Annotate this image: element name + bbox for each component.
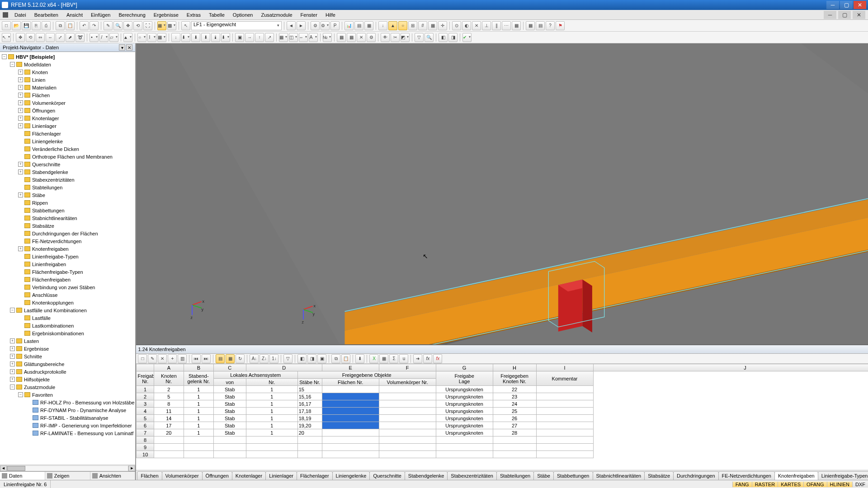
snap-mid-button[interactable]: ◐ <box>462 21 471 30</box>
tree-item[interactable]: RF-DYNAM Pro - Dynamische Analyse <box>1 406 134 414</box>
nav-tab-ansichten[interactable]: Ansichten <box>90 472 136 480</box>
mesh-op-button[interactable]: ⚙ <box>367 33 376 42</box>
tree-item[interactable]: Ergebniskombinationen <box>1 329 134 337</box>
load-surface-button[interactable]: ⬇ <box>191 33 200 42</box>
tree-item[interactable]: Lastkombinationen <box>1 322 134 329</box>
mesh-ref-button[interactable]: ▦ <box>347 33 356 42</box>
table-row[interactable]: 251Stab115,16Ursprungsknoten23 <box>137 393 868 400</box>
table-tab[interactable]: Flächenlager <box>297 471 333 480</box>
load-free-button[interactable]: ⬇ <box>201 33 210 42</box>
line-tool-button[interactable]: / <box>99 33 108 42</box>
minimize-button[interactable]: ─ <box>826 1 839 9</box>
tbl-edit-button[interactable]: ✎ <box>148 354 157 363</box>
tree-item[interactable]: FE-Netzverdichtungen <box>1 237 134 245</box>
snap-grid-button[interactable]: ▦ <box>512 21 521 30</box>
tree-item[interactable]: +Ergebnisse <box>1 345 134 352</box>
menu-ergebnisse[interactable]: Ergebnisse <box>150 11 182 19</box>
tree-item[interactable]: Flächenfreigaben <box>1 276 134 283</box>
view-z-button[interactable]: ↗ <box>265 33 274 42</box>
open-button[interactable]: 📂 <box>12 21 21 30</box>
tree-item[interactable]: RF-LAMINATE - Bemessung von Laminatf <box>1 429 134 437</box>
tree-item[interactable]: Flächenfreigabe-Typen <box>1 268 134 276</box>
tbl-sort-a-button[interactable]: A↓ <box>250 354 259 363</box>
color1-button[interactable]: ◧ <box>439 33 448 42</box>
tbl-sel1-button[interactable]: ◧ <box>297 354 307 363</box>
tree-item[interactable]: +Knotenlager <box>1 114 134 122</box>
tree-item[interactable]: Linienfreigaben <box>1 260 134 268</box>
menu-hilfe[interactable]: Hilfe <box>322 11 339 19</box>
menu-datei[interactable]: Datei <box>11 11 30 19</box>
table-tab[interactable]: Knotenfreigaben <box>774 471 818 480</box>
view-iso-button[interactable]: ▣ <box>235 33 244 42</box>
saveas-button[interactable]: ⎘ <box>32 21 41 30</box>
table-tab[interactable]: Stabexzentrizitäten <box>447 471 497 480</box>
tree-item[interactable]: Liniengelenke <box>1 137 134 145</box>
tbl-sort-n-button[interactable]: 1↓ <box>269 354 278 363</box>
menu-einfügen[interactable]: Einfügen <box>87 11 114 19</box>
tbl-col-button[interactable]: ▥ <box>178 354 187 363</box>
rotate-tool-button[interactable]: ⟲ <box>26 33 35 42</box>
section-button[interactable]: I <box>147 33 156 42</box>
tbl-calc-button[interactable]: Σ <box>389 354 398 363</box>
mdi-close-button[interactable]: ✕ <box>853 11 865 19</box>
tree-item[interactable]: +Hilfsobjekte <box>1 375 134 383</box>
tree-item[interactable]: Verbindung von zwei Stäben <box>1 283 134 291</box>
table-row[interactable]: 10 <box>137 451 868 458</box>
tbl-csv-button[interactable]: ▦ <box>379 354 388 363</box>
table-row[interactable]: 7201Stab120Ursprungsknoten28 <box>137 429 868 436</box>
values-button[interactable]: ▦ <box>364 21 373 30</box>
show-grid-button[interactable]: ▦ <box>428 21 437 30</box>
table-tab[interactable]: Flächen <box>137 471 162 480</box>
menu-extras[interactable]: Extras <box>183 11 204 19</box>
snap-ext-button[interactable]: ⋯ <box>502 21 511 30</box>
tree-item[interactable]: Stabbettungen <box>1 206 134 214</box>
nav-tab-zeigen[interactable]: Zeigen <box>45 472 90 480</box>
tbl-copy-button[interactable]: ⧉ <box>331 354 340 363</box>
table-row[interactable]: 121Stab115Ursprungsknoten22 <box>137 386 868 393</box>
menu-optionen[interactable]: Optionen <box>229 11 257 19</box>
rotate-button[interactable]: ⟲ <box>133 21 142 30</box>
menu-tabelle[interactable]: Tabelle <box>205 11 228 19</box>
tbl-fx2-button[interactable]: fx <box>433 354 442 363</box>
tbl-del-button[interactable]: ✕ <box>158 354 167 363</box>
tree-item[interactable]: Flächenlager <box>1 130 134 137</box>
mdi-max-button[interactable]: ▢ <box>838 11 851 19</box>
show-axis-button[interactable]: ✛ <box>438 21 447 30</box>
view-x-button[interactable]: → <box>245 33 254 42</box>
paste-button[interactable]: 📋 <box>66 21 75 30</box>
tree-item[interactable]: Knotenkopplungen <box>1 299 134 306</box>
window-tile-button[interactable]: ▦ <box>526 21 535 30</box>
load-line-button[interactable]: ⬇ <box>181 33 190 42</box>
tbl-last-button[interactable]: ⏭ <box>202 354 211 363</box>
tree-item[interactable]: +Volumenkörper <box>1 99 134 107</box>
material-button[interactable]: ▦ <box>157 33 166 42</box>
partial-button[interactable]: ◩ <box>401 33 410 42</box>
snap-int-button[interactable]: ✕ <box>472 21 481 30</box>
filter-button[interactable]: ▽ <box>415 33 424 42</box>
tree-item[interactable]: +Öffnungen <box>1 107 134 114</box>
surface-tool-button[interactable]: ▱ <box>109 33 118 42</box>
transparency-button[interactable]: ▩ <box>167 21 176 30</box>
table-row[interactable]: 6171Stab119,20Ursprungsknoten27 <box>137 422 868 429</box>
tbl-renum-button[interactable]: ↻ <box>236 354 245 363</box>
tree-item[interactable]: +Stäbe <box>1 191 134 199</box>
para-button[interactable]: P <box>330 21 340 30</box>
maximize-button[interactable]: ▢ <box>840 1 853 9</box>
load-temp-button[interactable]: 🌡 <box>211 33 220 42</box>
close-button[interactable]: ✕ <box>854 1 866 9</box>
edit-button[interactable]: ✎ <box>104 21 113 30</box>
table-tab[interactable]: FE-Netzverdichtungen <box>718 471 775 480</box>
table-tab[interactable]: Querschnitte <box>369 471 405 480</box>
show-section-button[interactable]: ⊞ <box>408 21 417 30</box>
show-hinge-button[interactable]: ○ <box>398 21 407 30</box>
save-button[interactable]: 💾 <box>22 21 31 30</box>
tree-item[interactable]: Stabnichtlinearitäten <box>1 214 134 222</box>
select-tool-button[interactable]: ↖ <box>2 33 11 42</box>
tree-item[interactable]: +Querschnitte <box>1 160 134 168</box>
table-tab[interactable]: Stäbe <box>533 471 554 480</box>
calc-one-button[interactable]: ⚙ <box>321 21 330 30</box>
viewport-3d[interactable]: x y z x y z ↖ <box>136 43 868 344</box>
flag-icon[interactable]: ⚑ <box>556 21 565 30</box>
tree-item[interactable]: RF-HOLZ Pro - Bemessung von Holzstäbe <box>1 399 134 406</box>
tbl-units-button[interactable]: u <box>399 354 408 363</box>
